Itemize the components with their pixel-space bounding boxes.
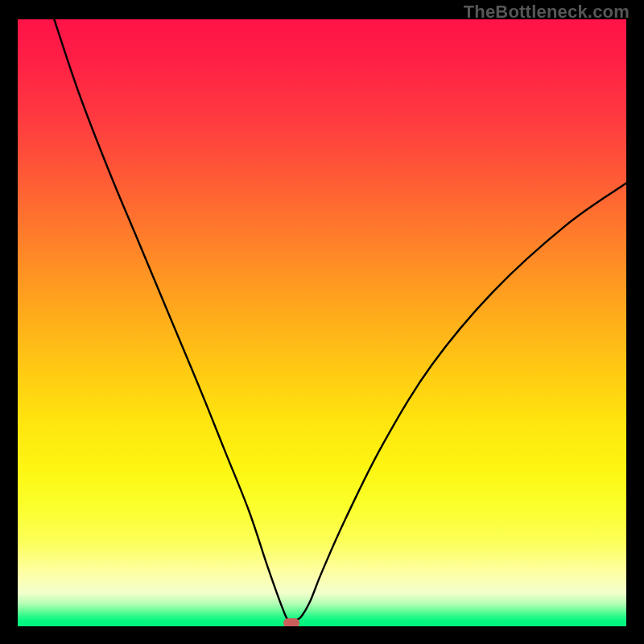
optimal-point-marker: [283, 618, 299, 626]
plot-area: [18, 19, 626, 626]
chart-frame: TheBottleneck.com: [0, 0, 644, 644]
bottleneck-curve: [18, 19, 626, 626]
